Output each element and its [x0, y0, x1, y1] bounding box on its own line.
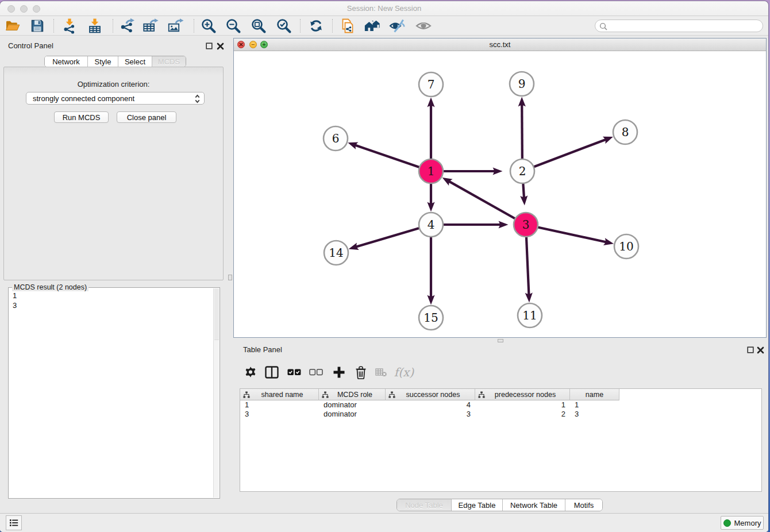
- new-network-from-selection-icon[interactable]: [339, 18, 356, 34]
- graph-node-label-1: 1: [428, 164, 435, 178]
- horizontal-splitter[interactable]: [233, 338, 767, 344]
- graph-node-label-4: 4: [428, 218, 435, 232]
- cell-predecessor-nodes: 2: [475, 410, 570, 419]
- run-mcds-button[interactable]: Run MCDS: [54, 111, 109, 123]
- cell-successor-nodes: 3: [386, 410, 475, 419]
- table-panel-title: Table Panel: [243, 345, 282, 354]
- column-header-predecessor-nodes[interactable]: predecessor nodes: [475, 389, 570, 400]
- network-view-frame: ✕ − + scc.txt 7968124314101511: [233, 38, 767, 338]
- titlebar: Session: New Session: [0, 1, 768, 16]
- open-file-icon[interactable]: [4, 18, 21, 34]
- cell-successor-nodes: 4: [386, 400, 475, 410]
- export-image-icon[interactable]: [167, 18, 184, 34]
- graph-node-label-14: 14: [329, 246, 343, 260]
- mcds-panel: Optimization criterion: strongly connect…: [3, 67, 224, 280]
- cell-name: 1: [570, 400, 619, 410]
- list-icon: [9, 519, 18, 527]
- refresh-icon[interactable]: [307, 18, 325, 34]
- zoom-in-icon[interactable]: [200, 18, 217, 34]
- import-network-icon[interactable]: [61, 18, 78, 34]
- memory-button[interactable]: Memory: [721, 516, 764, 530]
- export-network-icon[interactable]: [119, 18, 136, 34]
- zoom-fit-icon[interactable]: [250, 18, 267, 34]
- memory-label: Memory: [734, 519, 761, 527]
- node-table: shared nameMCDS rolesuccessor nodesprede…: [240, 388, 762, 492]
- settings-gear-icon[interactable]: [244, 364, 257, 380]
- graph-node-label-6: 6: [332, 132, 340, 145]
- table-tab-motifs[interactable]: Motifs: [565, 499, 602, 511]
- optimization-criterion-label: Optimization criterion:: [4, 80, 223, 88]
- float-table-panel-icon[interactable]: [747, 346, 754, 353]
- deselect-all-icon[interactable]: [309, 364, 323, 380]
- cell-MCDS-role: dominator: [319, 400, 386, 410]
- task-history-button[interactable]: [6, 515, 22, 530]
- control-tab-mcds[interactable]: MCDS: [152, 56, 186, 67]
- column-header-MCDS-role[interactable]: MCDS role: [319, 389, 386, 400]
- graph-node-label-9: 9: [518, 77, 526, 91]
- control-panel-tabs: NetworkStyleSelectMCDS: [44, 56, 186, 67]
- network-canvas[interactable]: 7968124314101511: [234, 51, 766, 337]
- search-icon: [599, 22, 608, 31]
- cell-shared-name: 3: [240, 410, 319, 419]
- column-header-name[interactable]: name: [570, 389, 619, 400]
- delete-table-icon[interactable]: [375, 364, 387, 380]
- control-panel-title: Control Panel: [8, 41, 53, 50]
- cell-MCDS-role: dominator: [319, 410, 386, 419]
- close-panel-icon[interactable]: [217, 43, 224, 50]
- table-tab-node-table[interactable]: Node Table: [397, 499, 451, 511]
- table-tab-edge-table[interactable]: Edge Table: [451, 499, 502, 511]
- toggle-columns-icon[interactable]: [264, 364, 279, 380]
- search-input[interactable]: [595, 20, 763, 32]
- hide-details-icon[interactable]: [388, 18, 406, 34]
- table-header: shared nameMCDS rolesuccessor nodesprede…: [240, 389, 619, 400]
- control-tab-network[interactable]: Network: [45, 56, 87, 67]
- toolbar-separator: [53, 19, 54, 33]
- graph-node-label-10: 10: [619, 240, 633, 253]
- toolbar-separator: [194, 19, 194, 33]
- criterion-select[interactable]: strongly connected component: [26, 92, 205, 105]
- table-tabs: Node TableEdge TableNetwork TableMotifs: [396, 499, 603, 511]
- arrowhead-1-7: [427, 98, 434, 107]
- float-panel-icon[interactable]: [206, 43, 213, 49]
- table-panel: Table Panel: [233, 344, 768, 513]
- table-tab-network-table[interactable]: Network Table: [502, 499, 565, 511]
- criterion-value: strongly connected component: [33, 94, 134, 103]
- table-row[interactable]: 3dominator323: [240, 410, 761, 419]
- add-column-icon[interactable]: [332, 364, 346, 380]
- result-scrollbar[interactable]: [213, 288, 219, 498]
- import-table-icon[interactable]: [86, 18, 103, 34]
- close-table-panel-icon[interactable]: [757, 346, 764, 354]
- control-tab-select[interactable]: Select: [118, 56, 152, 67]
- arrowhead-4-15: [427, 295, 434, 305]
- function-builder-icon[interactable]: f(x): [392, 364, 416, 380]
- toolbar-separator: [332, 19, 333, 33]
- edge-3-1[interactable]: [449, 182, 526, 225]
- cell-shared-name: 1: [240, 400, 319, 410]
- arrowhead-1-2: [493, 167, 503, 175]
- select-arrows-icon: [195, 94, 200, 103]
- first-neighbors-icon[interactable]: [364, 18, 381, 34]
- zoom-selected-icon[interactable]: [275, 18, 292, 34]
- toolbar-separator: [300, 19, 301, 33]
- column-header-successor-nodes[interactable]: successor nodes: [386, 389, 475, 400]
- table-row[interactable]: 1dominator411: [240, 400, 761, 410]
- main-toolbar: [0, 16, 768, 36]
- delete-column-icon[interactable]: [354, 364, 368, 380]
- select-all-icon[interactable]: [287, 364, 301, 380]
- export-table-icon[interactable]: [142, 18, 159, 34]
- network-graph: 7968124314101511: [234, 51, 766, 337]
- cell-predecessor-nodes: 1: [475, 400, 570, 410]
- graph-node-label-11: 11: [522, 309, 537, 322]
- window-title: Session: New Session: [0, 4, 768, 13]
- zoom-out-icon[interactable]: [225, 18, 242, 34]
- show-details-icon[interactable]: [415, 18, 432, 34]
- memory-status-icon: [723, 519, 731, 527]
- save-icon[interactable]: [29, 18, 46, 34]
- graph-node-label-7: 7: [428, 78, 435, 91]
- control-tab-style[interactable]: Style: [87, 56, 118, 67]
- vertical-splitter[interactable]: [228, 36, 233, 513]
- edge-2-8[interactable]: [522, 140, 606, 171]
- toolbar-separator: [113, 19, 113, 33]
- column-header-shared-name[interactable]: shared name: [240, 389, 319, 400]
- close-panel-button[interactable]: Close panel: [117, 111, 176, 123]
